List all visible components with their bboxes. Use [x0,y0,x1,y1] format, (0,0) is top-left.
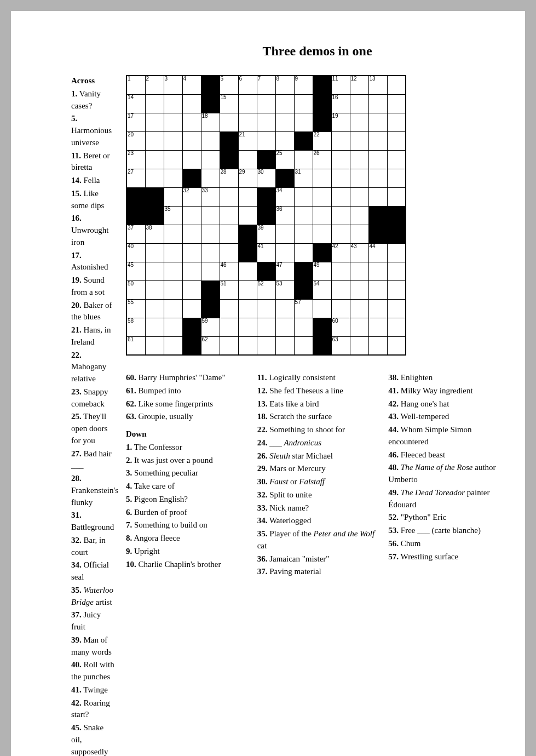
grid-cell[interactable] [220,187,238,206]
grid-cell[interactable] [238,187,257,206]
grid-cell[interactable] [201,225,220,243]
grid-cell[interactable] [145,94,164,113]
grid-cell[interactable] [331,169,350,187]
grid-cell[interactable] [275,243,294,262]
grid-cell[interactable] [368,336,387,355]
grid-cell[interactable] [294,318,313,336]
grid-cell[interactable] [313,206,331,225]
grid-cell[interactable]: 34 [275,187,294,206]
grid-cell[interactable]: 52 [257,280,275,299]
grid-cell[interactable] [145,318,164,336]
grid-cell[interactable] [350,280,368,299]
grid-cell[interactable] [294,336,313,355]
grid-cell[interactable] [220,318,238,336]
grid-cell[interactable] [220,243,238,262]
grid-cell[interactable] [294,150,313,169]
grid-cell[interactable] [275,131,294,150]
grid-cell[interactable] [368,113,387,131]
grid-cell[interactable] [350,150,368,169]
grid-cell[interactable] [368,299,387,318]
grid-cell[interactable] [220,206,238,225]
grid-cell[interactable] [294,206,313,225]
grid-cell[interactable] [201,131,220,150]
grid-cell[interactable] [164,187,182,206]
grid-cell[interactable] [182,206,201,225]
grid-cell[interactable] [201,150,220,169]
grid-cell[interactable]: 53 [275,280,294,299]
grid-cell[interactable] [182,225,201,243]
grid-cell[interactable] [145,262,164,280]
grid-cell[interactable] [238,262,257,280]
grid-cell[interactable] [164,150,182,169]
grid-cell[interactable]: 2 [145,76,164,94]
grid-cell[interactable] [313,299,331,318]
grid-cell[interactable]: 55 [126,299,145,318]
grid-cell[interactable] [145,169,164,187]
grid-cell[interactable] [182,113,201,131]
grid-cell[interactable] [387,336,406,355]
grid-cell[interactable] [331,150,350,169]
grid-cell[interactable] [275,113,294,131]
grid-cell[interactable] [387,280,406,299]
grid-cell[interactable] [294,94,313,113]
grid-cell[interactable] [387,76,406,94]
grid-cell[interactable] [350,318,368,336]
grid-cell[interactable]: 17 [126,113,145,131]
grid-cell[interactable]: 28 [220,169,238,187]
grid-cell[interactable] [145,243,164,262]
grid-cell[interactable]: 30 [257,169,275,187]
grid-cell[interactable] [350,169,368,187]
grid-cell[interactable]: 21 [238,131,257,150]
grid-cell[interactable] [387,243,406,262]
grid-cell[interactable] [145,299,164,318]
grid-cell[interactable]: 50 [126,280,145,299]
grid-cell[interactable]: 1 [126,76,145,94]
grid-cell[interactable] [164,113,182,131]
grid-cell[interactable] [164,225,182,243]
grid-cell[interactable] [387,113,406,131]
grid-cell[interactable] [238,280,257,299]
grid-cell[interactable] [275,336,294,355]
grid-cell[interactable] [313,169,331,187]
grid-cell[interactable] [164,299,182,318]
grid-cell[interactable]: 27 [126,169,145,187]
grid-cell[interactable] [145,150,164,169]
grid-cell[interactable]: 20 [126,131,145,150]
grid-cell[interactable]: 15 [220,94,238,113]
grid-cell[interactable]: 22 [313,131,331,150]
grid-cell[interactable]: 54 [313,280,331,299]
grid-cell[interactable]: 14 [126,94,145,113]
grid-cell[interactable] [275,225,294,243]
grid-cell[interactable] [257,336,275,355]
grid-cell[interactable] [368,94,387,113]
grid-cell[interactable] [201,262,220,280]
grid-cell[interactable]: 12 [350,76,368,94]
grid-cell[interactable] [164,94,182,113]
grid-cell[interactable] [238,113,257,131]
grid-cell[interactable]: 47 [275,262,294,280]
grid-cell[interactable] [350,206,368,225]
grid-cell[interactable]: 23 [126,150,145,169]
grid-cell[interactable]: 63 [331,336,350,355]
grid-cell[interactable] [387,262,406,280]
grid-cell[interactable] [238,94,257,113]
grid-cell[interactable] [350,187,368,206]
grid-cell[interactable] [145,131,164,150]
grid-cell[interactable] [164,336,182,355]
grid-cell[interactable]: 59 [201,318,220,336]
grid-cell[interactable] [182,131,201,150]
grid-cell[interactable]: 61 [126,336,145,355]
grid-cell[interactable]: 49 [313,262,331,280]
grid-cell[interactable]: 13 [368,76,387,94]
grid-cell[interactable] [275,94,294,113]
grid-cell[interactable] [257,299,275,318]
grid-cell[interactable]: 4 [182,76,201,94]
grid-cell[interactable]: 26 [313,150,331,169]
grid-cell[interactable] [294,113,313,131]
grid-cell[interactable] [164,169,182,187]
grid-cell[interactable] [182,299,201,318]
grid-cell[interactable]: 36 [275,206,294,225]
grid-cell[interactable] [145,336,164,355]
grid-cell[interactable]: 9 [294,76,313,94]
grid-cell[interactable] [220,336,238,355]
